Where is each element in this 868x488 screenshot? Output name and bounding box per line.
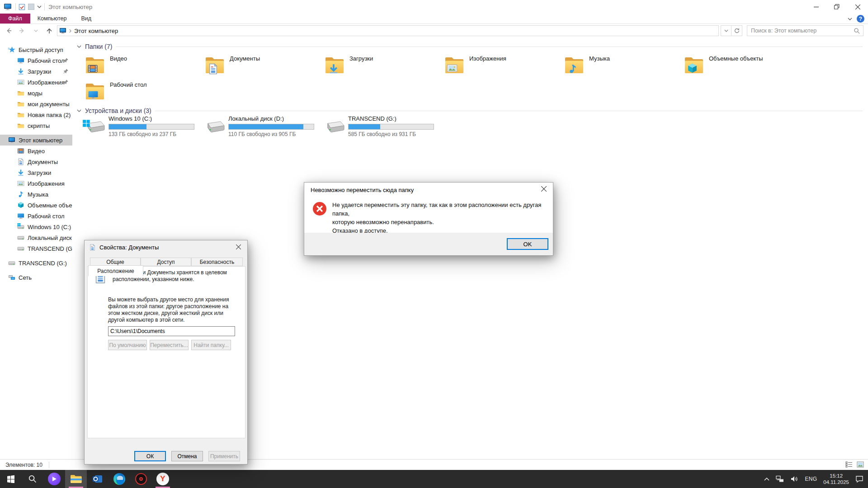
alice-assistant-button[interactable]: [43, 470, 65, 488]
properties-dialog-title: Свойства: Документы: [99, 244, 159, 251]
sidebar-item-skripty[interactable]: скрипты: [0, 120, 72, 131]
tray-expand-chevron-icon[interactable]: [764, 478, 769, 481]
sidebar-item-moi-dokumenty[interactable]: мои документы: [0, 99, 72, 109]
close-button[interactable]: [847, 0, 868, 14]
search-box[interactable]: [747, 25, 863, 36]
folders-group-header[interactable]: Папки (7): [77, 42, 863, 51]
sidebar-item-documents[interactable]: Документы: [0, 156, 72, 167]
sidebar-item-music[interactable]: Музыка: [0, 189, 72, 200]
location-path-input[interactable]: [108, 327, 235, 336]
restore-button[interactable]: [826, 0, 847, 14]
sidebar-item-drive-c[interactable]: Windows 10 (C:): [0, 221, 72, 232]
properties-apply-button[interactable]: Применить: [208, 451, 240, 461]
folder-tile-documents[interactable]: Документы: [204, 54, 324, 78]
network-tray-icon[interactable]: [776, 475, 784, 483]
breadcrumb-chevron-icon: [69, 29, 71, 33]
start-button[interactable]: [0, 470, 22, 488]
sidebar-item-network[interactable]: Сеть: [0, 272, 72, 283]
recent-locations-chevron-icon[interactable]: [30, 25, 42, 36]
yandex-browser-button[interactable]: Y: [152, 470, 174, 488]
file-explorer-button[interactable]: [65, 470, 87, 488]
folder-tile-music[interactable]: Музыка: [563, 54, 683, 78]
drive-tile-c[interactable]: Windows 10 (C:) 133 ГБ свободно из 237 Г…: [84, 115, 204, 140]
collapse-chevron-icon[interactable]: [77, 45, 81, 48]
folder-tile-3d-objects[interactable]: Объемные объекты: [683, 54, 803, 78]
clock[interactable]: 15:12 04.11.2025: [823, 473, 849, 485]
ribbon-tab-view[interactable]: Вид: [74, 14, 99, 23]
time: 15:12: [823, 473, 849, 479]
sidebar-item-downloads[interactable]: Загрузки: [0, 167, 72, 178]
folder-tile-pictures[interactable]: Изображения: [443, 54, 563, 78]
ribbon-tab-file[interactable]: Файл: [0, 14, 30, 23]
error-dialog-footer: OK: [304, 233, 553, 255]
explorer-titlebar: Этот компьютер: [0, 0, 868, 14]
edge-button[interactable]: [108, 470, 130, 488]
outlook-button[interactable]: [87, 470, 108, 488]
sidebar-item-novaya-papka[interactable]: Новая папка (2): [0, 109, 72, 120]
help-icon[interactable]: ?: [857, 15, 864, 23]
up-button[interactable]: [43, 25, 55, 36]
sidebar-item-quick-access[interactable]: Быстрый доступ: [0, 44, 72, 55]
error-ok-button[interactable]: OK: [507, 238, 548, 250]
sidebar-item-downloads-pinned[interactable]: Загрузки: [0, 66, 72, 77]
alice-icon: [48, 473, 61, 485]
this-pc-icon: [8, 136, 15, 144]
properties-cancel-button[interactable]: Отмена: [171, 451, 203, 461]
large-icons-view-icon[interactable]: [856, 461, 864, 468]
sidebar-item-drive-g[interactable]: TRANSCEND (G:): [0, 243, 72, 254]
drives-group-header[interactable]: Устройства и диски (3): [77, 106, 863, 115]
sidebar-item-pictures-pinned[interactable]: Изображения: [0, 77, 72, 88]
pictures-icon: [17, 180, 24, 187]
address-dropdown-button[interactable]: [721, 25, 731, 36]
restore-default-button[interactable]: По умолчанию: [108, 340, 147, 350]
music-overlay-icon: [567, 63, 578, 74]
collapse-chevron-icon[interactable]: [77, 109, 81, 112]
network-icon: [8, 274, 15, 281]
sidebar-item-mody[interactable]: моды: [0, 88, 72, 99]
breadcrumb-location[interactable]: Этот компьютер: [74, 28, 118, 34]
breadcrumb[interactable]: Этот компьютер: [57, 25, 719, 36]
sidebar-item-drive-d[interactable]: Локальный диск (D:): [0, 232, 72, 243]
qat-customize-chevron-icon[interactable]: [37, 5, 42, 8]
search-input[interactable]: [747, 26, 863, 36]
taskbar-search-button[interactable]: [22, 470, 43, 488]
ribbon-expand-chevron-icon[interactable]: [848, 18, 852, 20]
tab-security[interactable]: Безопасность: [191, 258, 243, 266]
ribbon-tab-computer[interactable]: Компьютер: [30, 14, 74, 23]
sidebar-item-transcend-root[interactable]: TRANSCEND (G:): [0, 258, 72, 268]
divider: [49, 462, 49, 468]
minimize-button[interactable]: [806, 0, 826, 14]
properties-close-button[interactable]: [229, 240, 247, 253]
location-path-field[interactable]: [108, 326, 235, 336]
folder-icon: [17, 122, 24, 129]
sidebar-item-pictures[interactable]: Изображения: [0, 178, 72, 189]
sidebar-item-this-pc[interactable]: Этот компьютер: [0, 135, 72, 145]
sidebar-item-desktop[interactable]: Рабочий стол: [0, 211, 72, 221]
drive-icon: [324, 120, 345, 136]
error-close-button[interactable]: [535, 183, 553, 195]
drive-tile-g[interactable]: TRANSCEND (G:) 585 ГБ свободно из 931 ГБ: [324, 115, 443, 140]
back-button[interactable]: [3, 25, 14, 36]
search-icon[interactable]: [854, 28, 860, 34]
language-indicator[interactable]: ENG: [805, 476, 817, 482]
action-center-icon[interactable]: [855, 475, 863, 483]
tab-sharing[interactable]: Доступ: [141, 258, 191, 266]
move-button[interactable]: Переместить...: [150, 340, 189, 350]
find-target-button[interactable]: Найти папку...: [191, 340, 231, 350]
sidebar-item-desktop-pinned[interactable]: Рабочий стол: [0, 55, 72, 66]
folder-tile-videos[interactable]: Видео: [84, 54, 204, 78]
volume-icon[interactable]: [790, 475, 798, 483]
details-view-icon[interactable]: [845, 461, 853, 468]
folder-tile-downloads[interactable]: Загрузки: [324, 54, 443, 78]
red-app-button[interactable]: [130, 470, 152, 488]
refresh-button[interactable]: [731, 25, 742, 36]
qat-properties-icon[interactable]: [19, 4, 25, 10]
qat-newfolder-icon[interactable]: [28, 4, 34, 10]
folder-tile-desktop[interactable]: Рабочий стол: [84, 80, 204, 104]
tab-location[interactable]: Расположение: [88, 265, 143, 276]
sidebar-item-videos[interactable]: Видео: [0, 145, 72, 156]
drive-tile-d[interactable]: Локальный диск (D:) 110 ГБ свободно из 9…: [204, 115, 324, 140]
forward-button[interactable]: [16, 25, 28, 36]
properties-ok-button[interactable]: ОК: [134, 451, 166, 461]
sidebar-item-3d-objects[interactable]: Объемные объекты: [0, 200, 72, 211]
